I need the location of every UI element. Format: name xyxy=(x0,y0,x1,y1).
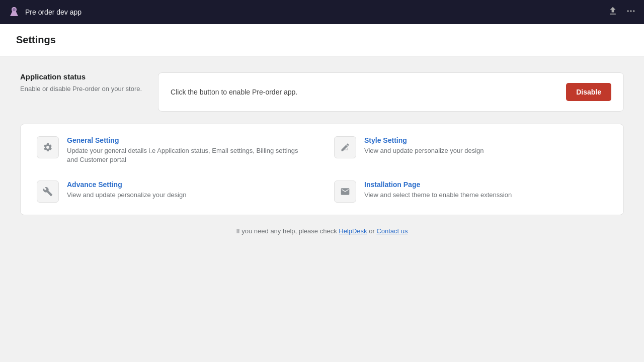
settings-item-general[interactable]: General Setting Update your general deta… xyxy=(37,136,310,164)
svg-point-2 xyxy=(633,10,634,12)
settings-item-advance[interactable]: Advance Setting View and update personal… xyxy=(37,180,310,203)
settings-item-style[interactable]: Style Setting View and update personaliz… xyxy=(334,136,607,164)
style-setting-icon xyxy=(334,136,356,158)
general-setting-description: Update your general details i.e Applicat… xyxy=(67,146,310,164)
style-setting-content: Style Setting View and update personaliz… xyxy=(364,136,484,155)
status-card: Click the button to enable Pre-order app… xyxy=(158,72,624,112)
disable-button[interactable]: Disable xyxy=(566,83,611,101)
helpdesk-link[interactable]: HelpDesk xyxy=(339,227,367,235)
advance-setting-icon xyxy=(37,180,59,203)
topbar: Pre order dev app xyxy=(0,0,644,24)
general-setting-icon xyxy=(37,136,59,158)
general-setting-title: General Setting xyxy=(67,136,310,144)
settings-grid-card: General Setting Update your general deta… xyxy=(20,124,624,215)
footer-or-text: or xyxy=(367,227,377,235)
style-setting-description: View and update personalize your design xyxy=(364,146,484,155)
app-status-section: Application status Enable or disable Pre… xyxy=(20,72,624,112)
install-icon[interactable] xyxy=(608,6,618,19)
topbar-left: Pre order dev app xyxy=(8,6,82,18)
general-setting-content: General Setting Update your general deta… xyxy=(67,136,310,164)
style-setting-title: Style Setting xyxy=(364,136,484,144)
app-title: Pre order dev app xyxy=(25,8,82,16)
advance-setting-description: View and update personalize your design xyxy=(67,191,187,200)
app-logo-icon xyxy=(8,6,20,18)
footer-text: If you need any help, please check xyxy=(236,227,339,235)
status-card-text: Click the button to enable Pre-order app… xyxy=(171,88,297,96)
installation-icon xyxy=(334,180,356,203)
app-status-description: Enable or disable Pre-order on your stor… xyxy=(20,85,142,93)
advance-setting-content: Advance Setting View and update personal… xyxy=(67,180,187,200)
contact-link[interactable]: Contact us xyxy=(376,227,408,235)
svg-point-0 xyxy=(627,10,629,12)
advance-setting-title: Advance Setting xyxy=(67,180,187,189)
installation-content: Installation Page View and select theme … xyxy=(364,180,512,200)
svg-point-1 xyxy=(630,10,631,12)
app-status-title: Application status xyxy=(20,72,142,81)
settings-grid: General Setting Update your general deta… xyxy=(37,136,607,203)
installation-title: Installation Page xyxy=(364,180,512,189)
main-content: Application status Enable or disable Pre… xyxy=(0,56,644,251)
installation-description: View and select theme to enable theme ex… xyxy=(364,191,512,200)
page-title: Settings xyxy=(16,34,628,46)
more-options-icon[interactable] xyxy=(626,6,636,19)
topbar-right xyxy=(608,6,636,19)
footer: If you need any help, please check HelpD… xyxy=(20,227,624,235)
settings-item-installation[interactable]: Installation Page View and select theme … xyxy=(334,180,607,203)
settings-header: Settings xyxy=(0,24,644,56)
app-status-label: Application status Enable or disable Pre… xyxy=(20,72,142,93)
